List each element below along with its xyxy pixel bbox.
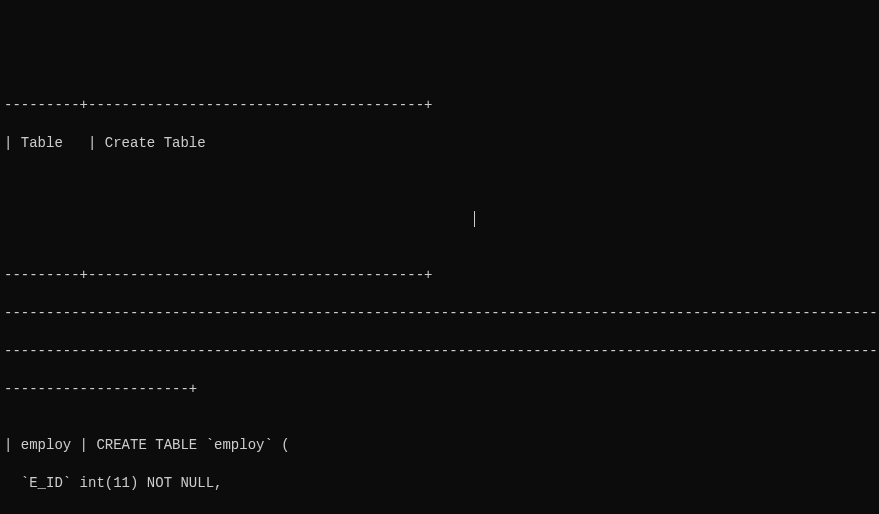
border-line: ----------------------+ [4,380,875,399]
cursor-line [4,210,875,229]
border-line: ----------------------------------------… [4,304,875,323]
border-line: ---------+------------------------------… [4,96,875,115]
table-header-row: | Table | Create Table [4,134,875,153]
border-line: ----------------------------------------… [4,342,875,361]
create-table-line: | employ | CREATE TABLE `employ` ( [4,436,875,455]
border-line: ---------+------------------------------… [4,266,875,285]
terminal-output: ---------+------------------------------… [4,78,875,514]
text-cursor [474,211,475,227]
column-def-line: `E_ID` int(11) NOT NULL, [4,474,875,493]
